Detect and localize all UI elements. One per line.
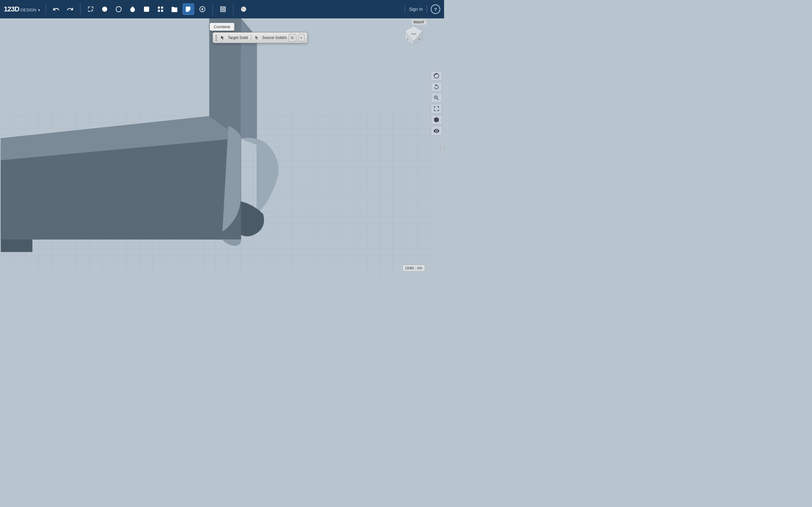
nav-divider-3 <box>212 3 213 15</box>
svg-rect-2 <box>144 7 149 12</box>
units-badge: Units : cm <box>403 265 425 272</box>
copy-button[interactable]: ⧉ <box>289 34 296 42</box>
source-cursor-icon <box>255 35 260 41</box>
undo-button[interactable] <box>50 3 62 15</box>
nav-divider-v2 <box>426 5 427 14</box>
tool-pattern[interactable] <box>155 3 166 15</box>
view-fit-button[interactable] <box>431 104 442 114</box>
tool-grouping[interactable] <box>169 3 180 15</box>
tool-combine[interactable] <box>183 3 194 15</box>
logo-123d: 123D <box>4 5 19 13</box>
svg-text:-: - <box>325 113 326 116</box>
combine-toolbar: Target Solid Source Solid/s ⧉ ▾ <box>212 32 307 43</box>
view-orbit-button[interactable] <box>431 71 442 81</box>
signin-button[interactable]: Sign In <box>409 7 423 12</box>
3d-viewport-canvas[interactable]: - - - - - - - - - <box>0 18 444 277</box>
svg-text:-: - <box>59 113 60 116</box>
viewport[interactable]: - - - - - - - - - <box>0 18 444 277</box>
svg-text:R: R <box>418 38 420 40</box>
dropdown-button[interactable]: ▾ <box>298 34 305 42</box>
nav-divider-1 <box>46 3 46 15</box>
tool-sketch[interactable] <box>113 3 124 15</box>
tool-construct[interactable] <box>127 3 138 15</box>
source-solid-label: Source Solid/s <box>262 36 287 40</box>
svg-point-6 <box>242 8 244 9</box>
svg-text:F: F <box>407 38 409 40</box>
navbar: 123D DESIGN ▾ <box>0 0 444 18</box>
view-controls-sidebar <box>429 68 444 138</box>
panel-collapse-handle[interactable]: › <box>441 140 444 156</box>
view-cube[interactable]: TOP R F <box>402 25 425 48</box>
svg-text:TOP: TOP <box>411 33 416 36</box>
svg-text:-: - <box>287 113 288 116</box>
toolbar-drag-handle <box>215 35 217 41</box>
view-cube-toggle-button[interactable] <box>431 115 442 125</box>
tool-transform[interactable] <box>85 3 96 15</box>
view-rotate-button[interactable] <box>431 82 442 92</box>
target-cursor-icon <box>220 35 226 41</box>
view-cube-label: RIGHT <box>412 20 426 25</box>
tool-material[interactable] <box>238 3 249 15</box>
logo-area[interactable]: 123D DESIGN ▾ <box>4 5 40 13</box>
logo-dropdown-chevron[interactable]: ▾ <box>38 8 40 12</box>
view-zoom-button[interactable] <box>431 93 442 103</box>
svg-point-4 <box>202 8 204 10</box>
redo-button[interactable] <box>64 3 76 15</box>
svg-text:-: - <box>173 113 174 116</box>
logo-design: DESIGN <box>20 8 37 12</box>
svg-text:-: - <box>21 113 22 116</box>
target-solid-label: Target Solid <box>228 36 248 40</box>
svg-text:-: - <box>135 113 136 116</box>
tool-modify[interactable] <box>141 3 152 15</box>
help-button[interactable]: ? <box>431 4 440 14</box>
tool-measure[interactable] <box>217 3 229 15</box>
view-eye-button[interactable] <box>431 126 442 135</box>
nav-divider-2 <box>80 3 81 15</box>
toolbar-divider-1 <box>251 35 252 41</box>
tool-snap[interactable] <box>197 3 208 15</box>
nav-divider-4 <box>233 3 234 15</box>
combine-tooltip: Combine <box>210 23 235 31</box>
nav-divider-v <box>405 5 405 14</box>
svg-text:-: - <box>97 113 98 116</box>
right-controls: Sign In ? <box>405 4 440 14</box>
tool-primitives[interactable] <box>99 3 110 15</box>
